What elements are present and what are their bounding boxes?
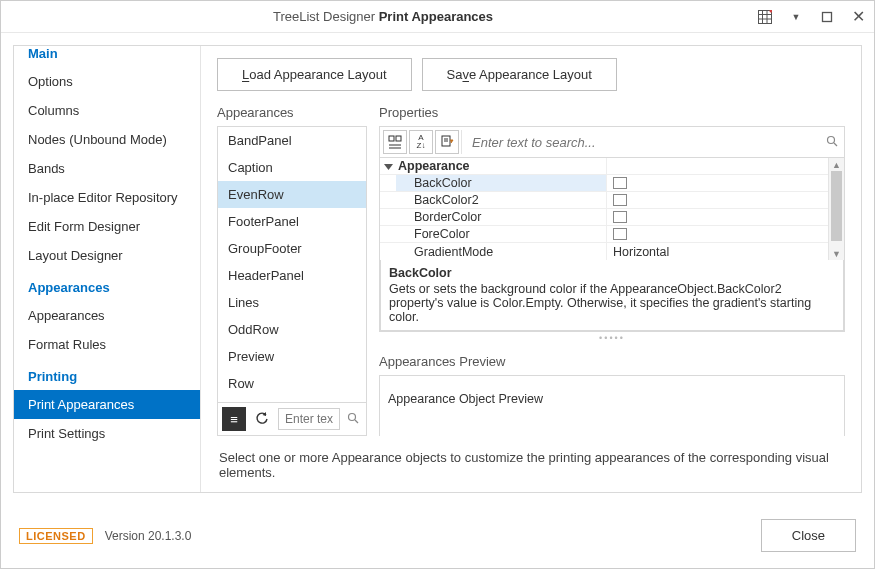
properties-toolbar: AZ↓ — [379, 126, 845, 158]
appearances-list[interactable]: BandPanelCaptionEvenRowFooterPanelGroupF… — [217, 126, 367, 403]
save-appearance-button[interactable]: Save Appearance Layout — [422, 58, 617, 91]
property-row[interactable]: GradientModeHorizontal — [380, 243, 828, 260]
appearance-item[interactable]: Caption — [218, 154, 366, 181]
svg-line-17 — [834, 143, 837, 146]
scroll-up-icon[interactable]: ▲ — [829, 158, 844, 171]
appearance-item[interactable]: EvenRow — [218, 181, 366, 208]
vertical-scrollbar[interactable]: ▲ ▼ — [828, 158, 844, 260]
refresh-icon[interactable] — [250, 407, 274, 431]
sidebar-item[interactable]: Appearances — [14, 301, 200, 330]
chevron-down-icon[interactable]: ▼ — [788, 9, 804, 25]
property-pages-icon[interactable] — [435, 130, 459, 154]
svg-point-7 — [349, 413, 356, 420]
appearance-item[interactable]: HeaderPanel — [218, 262, 366, 289]
outer-panel: MainOptionsColumnsNodes (Unbound Mode)Ba… — [13, 45, 862, 493]
svg-rect-9 — [389, 136, 394, 141]
appearance-item[interactable]: Lines — [218, 289, 366, 316]
svg-rect-0 — [759, 10, 772, 23]
sidebar: MainOptionsColumnsNodes (Unbound Mode)Ba… — [14, 46, 201, 492]
main-row: MainOptionsColumnsNodes (Unbound Mode)Ba… — [14, 46, 861, 492]
content: Load Appearance Layout Save Appearance L… — [201, 46, 861, 492]
property-row[interactable]: ForeColor — [380, 226, 828, 243]
property-description: BackColor Gets or sets the background co… — [380, 260, 844, 331]
properties-heading: Properties — [379, 105, 845, 120]
columns: Appearances BandPanelCaptionEvenRowFoote… — [217, 105, 845, 436]
property-value[interactable]: Horizontal — [606, 243, 828, 260]
save-label: e Appearance Layout — [469, 67, 592, 82]
sidebar-item[interactable]: Edit Form Designer — [14, 212, 200, 241]
designer-window: TreeList Designer Print Appearances ▼ ✕ … — [0, 0, 875, 569]
titlebar: TreeList Designer Print Appearances ▼ ✕ — [1, 1, 874, 33]
window-title: TreeList Designer Print Appearances — [9, 9, 757, 24]
property-grid-body: Appearance BackColorBackColor2BorderColo… — [380, 158, 828, 260]
preview-content: Appearance Object Preview — [388, 392, 543, 406]
appearance-item[interactable]: GroupFooter — [218, 235, 366, 262]
color-swatch[interactable] — [613, 177, 627, 189]
appearances-search-input[interactable] — [278, 408, 340, 430]
properties-column: Properties AZ↓ — [379, 105, 845, 436]
color-swatch[interactable] — [613, 211, 627, 223]
color-swatch[interactable] — [613, 228, 627, 240]
search-icon[interactable] — [823, 135, 841, 150]
sidebar-item[interactable]: Print Settings — [14, 419, 200, 448]
properties-search-input[interactable] — [470, 131, 823, 154]
appearance-item[interactable]: BandPanel — [218, 127, 366, 154]
property-value[interactable] — [606, 175, 828, 191]
appearances-heading: Appearances — [217, 105, 367, 120]
svg-line-8 — [355, 420, 358, 423]
sidebar-item[interactable]: Layout Designer — [14, 241, 200, 270]
search-icon[interactable] — [344, 412, 362, 427]
footer: LICENSED Version 20.1.3.0 Close — [1, 505, 874, 568]
appearance-item[interactable]: Row — [218, 370, 366, 397]
list-view-icon[interactable]: ≡ — [222, 407, 246, 431]
properties-search-wrap — [461, 130, 841, 154]
sidebar-item[interactable]: In-place Editor Repository — [14, 183, 200, 212]
version-label: Version 20.1.3.0 — [105, 529, 192, 543]
property-row[interactable]: BackColor — [380, 175, 828, 192]
appearance-item[interactable]: Preview — [218, 343, 366, 370]
preview-heading: Appearances Preview — [379, 354, 845, 369]
property-value[interactable] — [606, 226, 828, 242]
sidebar-item[interactable]: Nodes (Unbound Mode) — [14, 125, 200, 154]
close-button[interactable]: Close — [761, 519, 856, 552]
layout-grid-icon[interactable] — [757, 9, 773, 25]
license-badge: LICENSED — [19, 528, 93, 544]
category-label: Appearance — [396, 158, 606, 174]
property-grid: Appearance BackColorBackColor2BorderColo… — [379, 158, 845, 332]
property-name: BackColor — [396, 175, 606, 191]
body: MainOptionsColumnsNodes (Unbound Mode)Ba… — [1, 33, 874, 505]
categorized-icon[interactable] — [383, 130, 407, 154]
close-icon[interactable]: ✕ — [850, 9, 866, 25]
appearance-item[interactable]: OddRow — [218, 316, 366, 343]
scroll-down-icon[interactable]: ▼ — [829, 247, 844, 260]
sidebar-heading: Main — [14, 46, 200, 67]
svg-point-16 — [828, 136, 835, 143]
splitter-gripper[interactable]: ••••• — [379, 332, 845, 344]
sidebar-item[interactable]: Bands — [14, 154, 200, 183]
alphabetical-icon[interactable]: AZ↓ — [409, 130, 433, 154]
title-controls: ▼ ✕ — [757, 9, 866, 25]
sidebar-item[interactable]: Options — [14, 67, 200, 96]
svg-rect-10 — [396, 136, 401, 141]
sidebar-item[interactable]: Print Appearances — [14, 390, 200, 419]
title-prefix: TreeList Designer — [273, 9, 375, 24]
description-text: Gets or sets the background color if the… — [389, 282, 835, 324]
expand-toggle-icon[interactable] — [380, 158, 396, 174]
property-value[interactable] — [606, 209, 828, 225]
preview-box: Appearance Object Preview — [379, 375, 845, 445]
property-name: ForeColor — [396, 226, 606, 242]
property-value[interactable] — [606, 192, 828, 208]
property-name: BackColor2 — [396, 192, 606, 208]
load-appearance-button[interactable]: Load Appearance Layout — [217, 58, 412, 91]
svg-rect-6 — [823, 12, 832, 21]
property-row[interactable]: BackColor2 — [380, 192, 828, 209]
property-category-row[interactable]: Appearance — [380, 158, 828, 175]
color-swatch[interactable] — [613, 194, 627, 206]
scroll-thumb[interactable] — [831, 171, 842, 241]
property-row[interactable]: BorderColor — [380, 209, 828, 226]
maximize-icon[interactable] — [819, 9, 835, 25]
appearance-item[interactable]: FooterPanel — [218, 208, 366, 235]
sidebar-item[interactable]: Format Rules — [14, 330, 200, 359]
sidebar-heading: Printing — [14, 359, 200, 390]
sidebar-item[interactable]: Columns — [14, 96, 200, 125]
